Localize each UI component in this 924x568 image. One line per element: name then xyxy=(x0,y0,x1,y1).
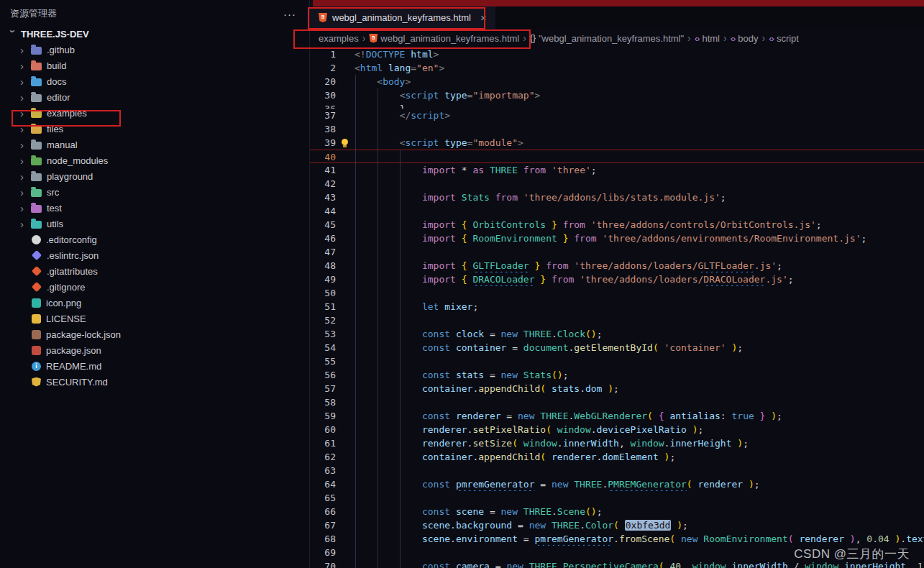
sidebar-item-readme-md[interactable]: iREADME.md xyxy=(0,358,309,374)
code-line[interactable]: 68scene.environment = pmremGenerator.fro… xyxy=(310,532,924,546)
sidebar-item-security-md[interactable]: SECURITY.md xyxy=(0,374,309,390)
line-number[interactable]: 42 xyxy=(310,177,336,191)
code-line[interactable]: 44 xyxy=(310,204,924,218)
line-number[interactable]: 38 xyxy=(310,122,336,136)
sidebar-item-test[interactable]: ›test xyxy=(0,200,309,216)
sidebar-item-files[interactable]: ›files xyxy=(0,121,309,137)
code-line[interactable]: 49import { DRACOLoader } from 'three/add… xyxy=(310,272,924,286)
code-line[interactable]: 60renderer.setPixelRatio( window.deviceP… xyxy=(310,423,924,436)
line-number[interactable]: 50 xyxy=(310,286,336,300)
sidebar-item-utils[interactable]: ›utils xyxy=(0,216,309,232)
code-line[interactable]: 54const container = document.getElementB… xyxy=(310,341,924,354)
line-number[interactable]: 37 xyxy=(310,109,336,122)
code-line[interactable]: 53const clock = new THREE.Clock(); xyxy=(310,327,924,341)
line-number[interactable]: 20 xyxy=(310,75,336,88)
code-line[interactable]: 2<html lang="en"> xyxy=(310,61,924,75)
code-line[interactable]: 61renderer.setSize( window.innerWidth, w… xyxy=(310,436,924,450)
sidebar-item-examples[interactable]: ›examples xyxy=(0,105,309,121)
close-icon[interactable]: × xyxy=(480,12,487,24)
line-number[interactable]: 49 xyxy=(310,272,336,286)
breadcrumb-item-body[interactable]: ‹›body xyxy=(731,33,759,44)
code-line[interactable]: 65 xyxy=(310,491,924,505)
line-number[interactable]: 55 xyxy=(310,354,336,368)
breadcrumb-item-webgl-animation-keyframes-html[interactable]: webgl_animation_keyframes.html xyxy=(369,33,519,44)
code-line[interactable]: 50 xyxy=(310,286,924,300)
line-number[interactable]: 1 xyxy=(310,47,336,61)
line-number[interactable]: 60 xyxy=(310,423,336,436)
breadcrumb-item-script[interactable]: ‹›script xyxy=(769,33,799,44)
line-number[interactable]: 65 xyxy=(310,491,336,505)
code-line[interactable]: 45import { OrbitControls } from 'three/a… xyxy=(310,218,924,232)
code-line[interactable]: 47 xyxy=(310,245,924,259)
code-lines[interactable]: 1<!DOCTYPE html>2<html lang="en">20<body… xyxy=(310,47,924,568)
line-number[interactable]: 63 xyxy=(310,464,336,477)
line-number[interactable]: 52 xyxy=(310,313,336,327)
code-line[interactable]: 43import Stats from 'three/addons/libs/s… xyxy=(310,191,924,204)
sidebar-item-editorconfig[interactable]: .editorconfig xyxy=(0,232,309,247)
code-line[interactable]: 20<body> xyxy=(310,75,924,88)
code-line[interactable]: 55 xyxy=(310,354,924,368)
code-line[interactable]: 66const scene = new THREE.Scene(); xyxy=(310,505,924,518)
sidebar-item-eslintrc-json[interactable]: .eslintrc.json xyxy=(0,247,309,263)
sidebar-item-editor[interactable]: ›editor xyxy=(0,89,309,105)
line-number[interactable]: 66 xyxy=(310,505,336,518)
line-number[interactable]: 69 xyxy=(310,546,336,559)
line-number[interactable]: 2 xyxy=(310,61,336,75)
sidebar-item-build[interactable]: ›build xyxy=(0,58,309,73)
line-number[interactable]: 44 xyxy=(310,204,336,218)
line-number[interactable]: 64 xyxy=(310,477,336,491)
sidebar-item-manual[interactable]: ›manual xyxy=(0,137,309,152)
sidebar-item-src[interactable]: ›src xyxy=(0,184,309,200)
line-number[interactable]: 48 xyxy=(310,259,336,272)
sidebar-item-package-lock-json[interactable]: package-lock.json xyxy=(0,326,309,342)
code-line[interactable]: 62container.appendChild( renderer.domEle… xyxy=(310,450,924,464)
sidebar-item-playground[interactable]: ›playground xyxy=(0,168,309,184)
code-line[interactable]: 42 xyxy=(310,177,924,191)
code-line[interactable]: 30<script type="importmap"> xyxy=(310,88,924,102)
code-line[interactable]: 1<!DOCTYPE html> xyxy=(310,47,924,61)
line-number[interactable]: 30 xyxy=(310,88,336,102)
sidebar-item-root[interactable]: › THREE.JS-DEV xyxy=(0,26,309,42)
code-line[interactable]: 39<script type="module"> xyxy=(310,136,924,150)
sidebar-item-gitignore[interactable]: .gitignore xyxy=(0,279,309,295)
line-number[interactable]: 70 xyxy=(310,559,336,568)
line-number[interactable]: 56 xyxy=(310,368,336,382)
line-number[interactable]: 57 xyxy=(310,382,336,395)
line-number[interactable]: 59 xyxy=(310,409,336,423)
line-number[interactable]: 46 xyxy=(310,232,336,245)
line-number[interactable]: 67 xyxy=(310,518,336,532)
line-number[interactable]: 62 xyxy=(310,450,336,464)
lightbulb-icon[interactable] xyxy=(342,139,348,145)
code-line[interactable]: 63 xyxy=(310,464,924,477)
line-number[interactable]: 47 xyxy=(310,245,336,259)
code-line[interactable]: 36} xyxy=(310,102,924,109)
line-number[interactable]: 36 xyxy=(310,102,336,109)
sidebar-item-gitattributes[interactable]: .gitattributes xyxy=(0,263,309,279)
sidebar-item-node-modules[interactable]: ›node_modules xyxy=(0,152,309,168)
sidebar-item-icon-png[interactable]: icon.png xyxy=(0,295,309,311)
code-line[interactable]: 38 xyxy=(310,122,924,136)
breadcrumb-item-html[interactable]: ‹›html xyxy=(695,33,720,44)
line-number[interactable]: 58 xyxy=(310,395,336,409)
code-line[interactable]: 40 xyxy=(310,150,924,163)
line-number[interactable]: 51 xyxy=(310,300,336,313)
breadcrumb-item-examples[interactable]: examples xyxy=(319,33,359,44)
code-line[interactable]: 56const stats = new Stats(); xyxy=(310,368,924,382)
sidebar-item-github[interactable]: ›.github xyxy=(0,42,309,58)
line-number[interactable]: 53 xyxy=(310,327,336,341)
breadcrumb-item-webgl-animation-keyframes-html[interactable]: {}"webgl_animation_keyframes.html" xyxy=(530,33,684,44)
code-line[interactable]: 59const renderer = new THREE.WebGLRender… xyxy=(310,409,924,423)
code-line[interactable]: 52 xyxy=(310,313,924,327)
line-number[interactable]: 45 xyxy=(310,218,336,232)
sidebar-item-package-json[interactable]: package.json xyxy=(0,342,309,358)
sidebar-item-docs[interactable]: ›docs xyxy=(0,73,309,89)
code-line[interactable]: 51let mixer; xyxy=(310,300,924,313)
code-line[interactable]: 48import { GLTFLoader } from 'three/addo… xyxy=(310,259,924,272)
line-number[interactable]: 40 xyxy=(310,150,336,162)
code-line[interactable]: 64const pmremGenerator = new THREE.PMREM… xyxy=(310,477,924,491)
line-number[interactable]: 41 xyxy=(310,163,336,177)
sidebar-item-license[interactable]: LICENSE xyxy=(0,311,309,326)
line-number[interactable]: 68 xyxy=(310,532,336,546)
line-number[interactable]: 54 xyxy=(310,341,336,354)
code-line[interactable]: 41import * as THREE from 'three'; xyxy=(310,163,924,177)
